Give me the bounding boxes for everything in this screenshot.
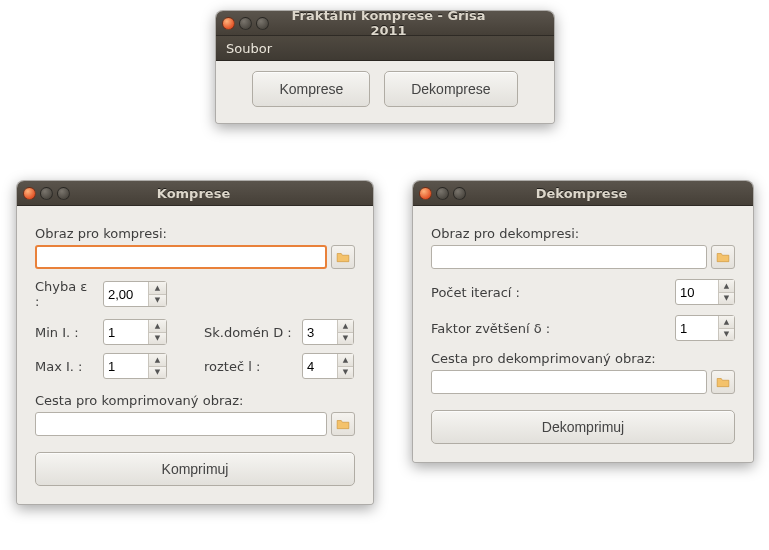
komprese-window: Komprese Obraz pro kompresi: Chyba ε : ▲…	[16, 180, 374, 505]
label-zoom: Faktor zvětšení δ :	[431, 321, 581, 336]
label-domain: Sk.domén D :	[204, 325, 294, 340]
minimize-icon[interactable]	[40, 187, 53, 200]
chevron-down-icon[interactable]: ▼	[338, 367, 353, 379]
domain-stepper[interactable]: ▲▼	[302, 319, 354, 345]
decompress-image-input[interactable]	[431, 245, 707, 269]
zoom-input[interactable]	[676, 316, 718, 340]
close-icon[interactable]	[23, 187, 36, 200]
label-iter: Počet iterací :	[431, 285, 581, 300]
step-input[interactable]	[303, 354, 337, 378]
folder-icon[interactable]	[711, 245, 735, 269]
min-input[interactable]	[104, 320, 148, 344]
maximize-icon[interactable]	[453, 187, 466, 200]
label-compress-image: Obraz pro kompresi:	[35, 226, 355, 241]
zoom-stepper[interactable]: ▲▼	[675, 315, 735, 341]
chevron-down-icon[interactable]: ▼	[149, 295, 166, 307]
max-input[interactable]	[104, 354, 148, 378]
decompress-out-input[interactable]	[431, 370, 707, 394]
folder-icon[interactable]	[331, 245, 355, 269]
main-window: Fraktální komprese - Grisa 2011 Soubor K…	[215, 10, 555, 124]
chevron-down-icon[interactable]: ▼	[719, 329, 734, 341]
chevron-up-icon[interactable]: ▲	[338, 354, 353, 367]
label-error: Chyba ε :	[35, 279, 95, 309]
error-stepper[interactable]: ▲▼	[103, 281, 167, 307]
window-title: Fraktální komprese - Grisa 2011	[279, 10, 548, 38]
chevron-down-icon[interactable]: ▼	[149, 333, 166, 345]
label-decompress-image: Obraz pro dekompresi:	[431, 226, 735, 241]
komprimuj-button[interactable]: Komprimuj	[35, 452, 355, 486]
label-step: rozteč l :	[204, 359, 294, 374]
dekomprese-window: Dekomprese Obraz pro dekompresi: Počet i…	[412, 180, 754, 463]
chevron-down-icon[interactable]: ▼	[338, 333, 353, 345]
decompress-button[interactable]: Dekomprese	[384, 71, 517, 107]
dekomprimuj-button[interactable]: Dekomprimuj	[431, 410, 735, 444]
label-compress-out: Cesta pro komprimovaný obraz:	[35, 393, 355, 408]
chevron-up-icon[interactable]: ▲	[149, 354, 166, 367]
max-stepper[interactable]: ▲▼	[103, 353, 167, 379]
domain-input[interactable]	[303, 320, 337, 344]
compress-button[interactable]: Komprese	[252, 71, 370, 107]
titlebar-main[interactable]: Fraktální komprese - Grisa 2011	[216, 11, 554, 36]
label-decompress-out: Cesta pro dekomprimovaný obraz:	[431, 351, 735, 366]
chevron-down-icon[interactable]: ▼	[149, 367, 166, 379]
minimize-icon[interactable]	[239, 17, 252, 30]
maximize-icon[interactable]	[256, 17, 269, 30]
titlebar-komprese[interactable]: Komprese	[17, 181, 373, 206]
window-title: Dekomprese	[476, 186, 747, 201]
error-input[interactable]	[104, 282, 148, 306]
maximize-icon[interactable]	[57, 187, 70, 200]
window-title: Komprese	[80, 186, 367, 201]
chevron-up-icon[interactable]: ▲	[719, 316, 734, 329]
compress-image-input[interactable]	[35, 245, 327, 269]
chevron-up-icon[interactable]: ▲	[719, 280, 734, 293]
chevron-up-icon[interactable]: ▲	[338, 320, 353, 333]
min-stepper[interactable]: ▲▼	[103, 319, 167, 345]
iter-stepper[interactable]: ▲▼	[675, 279, 735, 305]
close-icon[interactable]	[222, 17, 235, 30]
chevron-up-icon[interactable]: ▲	[149, 282, 166, 295]
menubar: Soubor	[216, 36, 554, 61]
menu-file[interactable]: Soubor	[226, 41, 272, 56]
compress-out-input[interactable]	[35, 412, 327, 436]
chevron-up-icon[interactable]: ▲	[149, 320, 166, 333]
folder-icon[interactable]	[331, 412, 355, 436]
close-icon[interactable]	[419, 187, 432, 200]
step-stepper[interactable]: ▲▼	[302, 353, 354, 379]
chevron-down-icon[interactable]: ▼	[719, 293, 734, 305]
iter-input[interactable]	[676, 280, 718, 304]
titlebar-dekomprese[interactable]: Dekomprese	[413, 181, 753, 206]
folder-icon[interactable]	[711, 370, 735, 394]
label-max: Max I. :	[35, 359, 95, 374]
minimize-icon[interactable]	[436, 187, 449, 200]
label-min: Min I. :	[35, 325, 95, 340]
